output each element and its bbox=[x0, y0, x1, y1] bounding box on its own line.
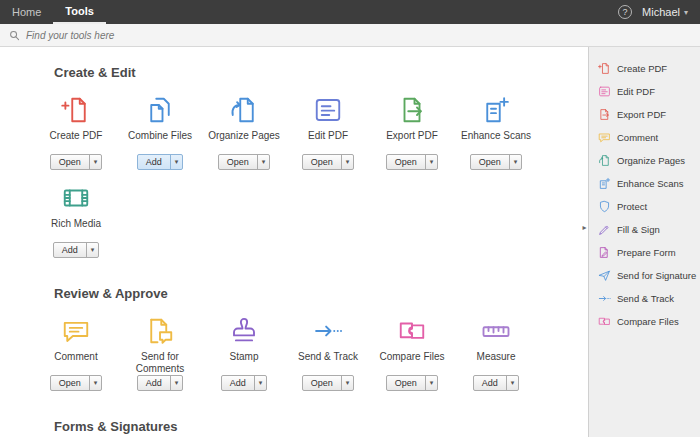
tool-label: Comment bbox=[52, 351, 99, 375]
tool-action-label[interactable]: Open bbox=[387, 155, 425, 169]
tool-organize-pages[interactable]: Organize Pages Open ▾ bbox=[202, 92, 286, 170]
dropdown-caret-icon[interactable]: ▾ bbox=[170, 376, 183, 390]
stamp-icon bbox=[229, 313, 259, 349]
rich-media-icon bbox=[61, 180, 91, 216]
tool-comment[interactable]: Comment Open ▾ bbox=[34, 313, 118, 391]
tool-action-button[interactable]: Open ▾ bbox=[470, 154, 523, 170]
tool-action-label[interactable]: Add bbox=[138, 376, 170, 390]
search-input[interactable] bbox=[26, 30, 326, 41]
sidebar-item-comment[interactable]: Comment bbox=[589, 126, 700, 149]
sidebar-item-create-pdf[interactable]: Create PDF bbox=[589, 57, 700, 80]
help-icon[interactable]: ? bbox=[618, 5, 632, 19]
sidebar-item-enhance-scans[interactable]: Enhance Scans bbox=[589, 172, 700, 195]
dropdown-caret-icon[interactable]: ▾ bbox=[89, 376, 102, 390]
dropdown-caret-icon[interactable]: ▾ bbox=[341, 155, 354, 169]
dropdown-caret-icon[interactable]: ▾ bbox=[170, 155, 183, 169]
tool-action-button[interactable]: Add ▾ bbox=[137, 154, 184, 170]
organize-pages-icon bbox=[229, 92, 259, 128]
tab-home-label: Home bbox=[12, 6, 41, 18]
tool-send-track[interactable]: Send & Track Open ▾ bbox=[286, 313, 370, 391]
dropdown-caret-icon[interactable]: ▾ bbox=[254, 376, 267, 390]
tool-label: Measure bbox=[475, 351, 518, 375]
tool-action-button[interactable]: Add ▾ bbox=[473, 375, 520, 391]
tool-label: Stamp bbox=[228, 351, 261, 375]
tool-stamp[interactable]: Stamp Add ▾ bbox=[202, 313, 286, 391]
sidebar-item-send-for-signature[interactable]: Send for Signature bbox=[589, 264, 700, 287]
chevron-down-icon: ▾ bbox=[684, 8, 688, 17]
tool-action-button[interactable]: Add ▾ bbox=[137, 375, 184, 391]
organize-pages-icon bbox=[598, 154, 611, 167]
sidebar-item-fill-sign[interactable]: Fill & Sign bbox=[589, 218, 700, 241]
section-title-create-edit: Create & Edit bbox=[54, 65, 588, 80]
tool-measure[interactable]: Measure Add ▾ bbox=[454, 313, 538, 391]
send-for-comments-icon bbox=[145, 313, 175, 349]
tool-label: Export PDF bbox=[384, 130, 440, 154]
tool-action-button[interactable]: Add ▾ bbox=[221, 375, 268, 391]
send-track-icon bbox=[313, 313, 343, 349]
sidebar-item-label: Send for Signature bbox=[617, 270, 696, 281]
user-name: Michael bbox=[642, 6, 680, 18]
sidebar-item-send-track[interactable]: Send & Track bbox=[589, 287, 700, 310]
enhance-scans-icon bbox=[481, 92, 511, 128]
sidebar-item-export-pdf[interactable]: Export PDF bbox=[589, 103, 700, 126]
tool-action-label[interactable]: Open bbox=[51, 376, 89, 390]
sidebar-item-organize-pages[interactable]: Organize Pages bbox=[589, 149, 700, 172]
send-track-icon bbox=[598, 292, 611, 305]
tool-action-button[interactable]: Add ▾ bbox=[53, 242, 100, 258]
tool-export-pdf[interactable]: Export PDF Open ▾ bbox=[370, 92, 454, 170]
tab-home[interactable]: Home bbox=[0, 0, 53, 24]
tool-action-button[interactable]: Open ▾ bbox=[386, 375, 439, 391]
tool-action-label[interactable]: Add bbox=[54, 243, 86, 257]
tool-action-label[interactable]: Open bbox=[303, 376, 341, 390]
dropdown-caret-icon[interactable]: ▾ bbox=[257, 155, 270, 169]
tool-action-button[interactable]: Open ▾ bbox=[50, 154, 103, 170]
tab-tools[interactable]: Tools bbox=[53, 0, 106, 24]
dropdown-caret-icon[interactable]: ▾ bbox=[89, 155, 102, 169]
help-icon-glyph: ? bbox=[623, 7, 628, 17]
tool-action-button[interactable]: Open ▾ bbox=[302, 375, 355, 391]
tool-action-button[interactable]: Open ▾ bbox=[50, 375, 103, 391]
tool-enhance-scans[interactable]: Enhance Scans Open ▾ bbox=[454, 92, 538, 170]
user-menu[interactable]: Michael ▾ bbox=[642, 6, 688, 18]
tool-action-label[interactable]: Open bbox=[387, 376, 425, 390]
tool-action-label[interactable]: Open bbox=[471, 155, 509, 169]
panel-collapse-icon[interactable]: ▸ bbox=[580, 215, 589, 239]
tool-send-for-comments[interactable]: Send for Comments Add ▾ bbox=[118, 313, 202, 391]
dropdown-caret-icon[interactable]: ▾ bbox=[506, 376, 519, 390]
right-shortcuts-panel: ▸ Create PDF Edit PDF Export PDF Comment… bbox=[588, 47, 700, 437]
tool-combine-files[interactable]: Combine Files Add ▾ bbox=[118, 92, 202, 170]
create-pdf-icon bbox=[61, 92, 91, 128]
tool-compare-files[interactable]: Compare Files Open ▾ bbox=[370, 313, 454, 391]
measure-icon bbox=[481, 313, 511, 349]
tool-action-label[interactable]: Open bbox=[219, 155, 257, 169]
tool-action-label[interactable]: Open bbox=[51, 155, 89, 169]
tool-action-label[interactable]: Open bbox=[303, 155, 341, 169]
topbar-right: ? Michael ▾ bbox=[618, 0, 700, 24]
sidebar-item-prepare-form[interactable]: Prepare Form bbox=[589, 241, 700, 264]
tool-action-label[interactable]: Add bbox=[138, 155, 170, 169]
tool-action-label[interactable]: Add bbox=[474, 376, 506, 390]
sidebar-item-compare-files[interactable]: Compare Files bbox=[589, 310, 700, 333]
dropdown-caret-icon[interactable]: ▾ bbox=[86, 243, 99, 257]
tool-edit-pdf[interactable]: Edit PDF Open ▾ bbox=[286, 92, 370, 170]
sidebar-item-label: Enhance Scans bbox=[617, 178, 684, 189]
tool-action-button[interactable]: Open ▾ bbox=[302, 154, 355, 170]
tool-label: Edit PDF bbox=[306, 130, 350, 154]
tool-action-button[interactable]: Open ▾ bbox=[218, 154, 271, 170]
sidebar-item-protect[interactable]: Protect bbox=[589, 195, 700, 218]
tool-action-label[interactable]: Add bbox=[222, 376, 254, 390]
dropdown-caret-icon[interactable]: ▾ bbox=[425, 155, 438, 169]
tool-action-button[interactable]: Open ▾ bbox=[386, 154, 439, 170]
section-title-review-approve: Review & Approve bbox=[54, 286, 588, 301]
tool-label: Compare Files bbox=[377, 351, 446, 375]
tool-label: Organize Pages bbox=[206, 130, 282, 154]
tools-search-bar bbox=[0, 24, 700, 47]
dropdown-caret-icon[interactable]: ▾ bbox=[425, 376, 438, 390]
combine-files-icon bbox=[145, 92, 175, 128]
tool-create-pdf[interactable]: Create PDF Open ▾ bbox=[34, 92, 118, 170]
dropdown-caret-icon[interactable]: ▾ bbox=[341, 376, 354, 390]
sidebar-item-label: Prepare Form bbox=[617, 247, 676, 258]
dropdown-caret-icon[interactable]: ▾ bbox=[509, 155, 522, 169]
sidebar-item-edit-pdf[interactable]: Edit PDF bbox=[589, 80, 700, 103]
tool-rich-media[interactable]: Rich Media Add ▾ bbox=[34, 180, 118, 258]
